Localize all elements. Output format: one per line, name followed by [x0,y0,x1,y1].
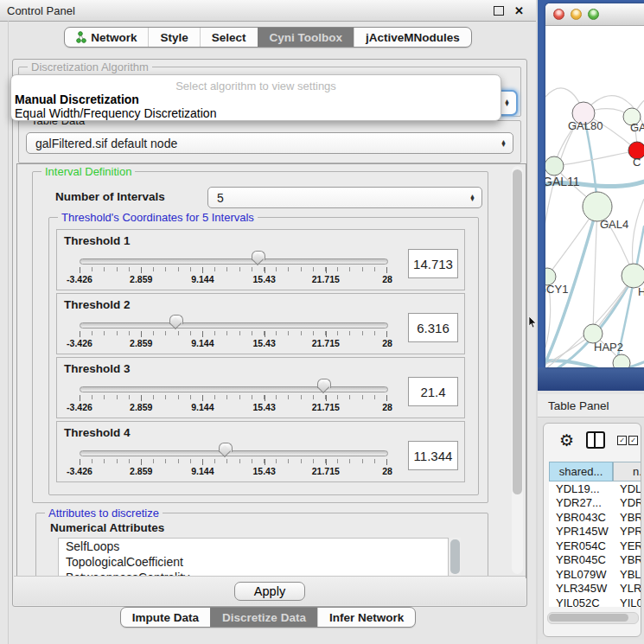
threshold-2-slider[interactable]: -3.4262.8599.14415.4321.71528 [80,294,388,354]
slider-tick-labels: -3.4262.8599.14415.4321.71528 [80,402,387,412]
node-label-hap2: HAP2 [594,341,623,354]
settings-vertical-scrollbar[interactable] [512,166,523,574]
network-window-frame [538,367,644,391]
algorithm-dropdown-popup: Select algorithm to view settings Manual… [10,74,501,121]
table-row[interactable]: YBL079WYBL0... [549,567,641,582]
column-header-name[interactable]: n... [613,462,641,481]
table-row[interactable]: YBR045CYBR0... [549,553,641,568]
zoom-traffic-light[interactable] [588,9,599,20]
threshold-panel-2: Threshold 2 -3.4262.8599.14415.4321.7152… [56,293,465,354]
slider-track[interactable] [80,322,388,328]
threshold-1-slider[interactable]: -3.4262.8599.14415.4321.71528 [80,230,388,290]
slider-ticks [80,395,387,399]
network-canvas[interactable]: GAL80 GA C GAL11 GAL4 GCY1 H HAP2 [545,26,644,367]
threshold-4-slider[interactable]: -3.4262.8599.14415.4321.71528 [80,422,388,481]
threshold-3-slider[interactable]: -3.4262.8599.14415.4321.71528 [80,358,388,418]
slider-thumb[interactable] [219,443,233,452]
control-panel-titlebar: Control Panel ✕ [0,0,536,22]
cyni-mode-tabbar: Impute Data Discretize Data Infer Networ… [120,607,416,628]
node-label-gal11: GAL11 [545,175,580,188]
tab-label: Network [91,31,137,44]
threshold-1-value-field[interactable]: 14.713 [408,249,458,278]
network-window-titlebar[interactable] [545,3,644,26]
network-graph [545,26,644,367]
numerical-attributes-label: Numerical Attributes [50,521,164,534]
list-scrollbar[interactable] [450,538,461,578]
list-item[interactable]: SelfLoops [59,539,448,554]
group-title: Attributes to discretize [45,507,163,520]
tab-discretize-data[interactable]: Discretize Data [210,608,317,627]
table-data-select[interactable]: galFiltered.sif default node ▲▼ [26,132,513,154]
network-icon [76,31,86,43]
tab-label: jActiveMNodules [366,31,460,44]
node-table: shared... n... YDL19...YDL1... YDR27...Y… [549,462,641,607]
minimize-traffic-light[interactable] [571,9,582,20]
columns-icon[interactable] [586,431,605,449]
threshold-4-value-field[interactable]: 11.344 [408,441,458,470]
gear-icon[interactable]: ⚙ [559,432,574,449]
table-data-value: galFiltered.sif default node [35,137,177,150]
attributes-to-discretize-group: Attributes to discretize Numerical Attri… [35,513,488,578]
scrollbar-thumb[interactable] [513,169,522,494]
tab-jactivemnodules[interactable]: jActiveMNodules [354,28,471,47]
threshold-panel-3: Threshold 3 -3.4262.8599.14415.4321.7152… [56,357,465,418]
slider-thumb[interactable] [169,315,183,324]
list-item[interactable]: TopologicalCoefficient [59,554,448,570]
node-gal11[interactable] [545,156,564,175]
threshold-coordinates-group: Threshold's Coordinates for 5 Intervals … [48,217,479,495]
table-panel-titlebar: Table Panel [538,394,644,418]
table-row[interactable]: YLR345WYLR3... [549,582,641,596]
num-intervals-select[interactable]: 5 ▲▼ [207,187,482,208]
tab-network[interactable]: Network [65,28,148,47]
slider-track[interactable] [80,258,388,265]
table-row[interactable]: YBR043CYBR0... [549,510,641,525]
checkbox-icon[interactable]: ✓ [628,436,638,445]
threshold-3-value-field[interactable]: 21.4 [408,377,458,406]
apply-button[interactable]: Apply [234,582,305,601]
select-all-checkboxes[interactable]: ✓ ✓ [617,436,638,445]
tab-cyni-toolbox[interactable]: Cyni Toolbox [258,28,354,47]
tab-select[interactable]: Select [200,28,258,47]
cyni-toolbox-panel: Discretization Algorithm ▲▼ Table Data g… [12,59,527,607]
table-row[interactable]: YDR27...YDR2... [549,496,641,511]
num-intervals-value: 5 [217,191,224,205]
slider-thumb[interactable] [317,379,331,388]
column-header-shared-name[interactable]: shared... [549,462,613,481]
table-data-group: Table Data galFiltered.sif default node … [18,120,521,163]
dropdown-option-manual[interactable]: Manual Discretization [15,92,139,106]
table-horizontal-scrollbar[interactable] [547,612,639,624]
tab-label: Impute Data [132,611,199,624]
node-gal4[interactable] [583,192,612,221]
tab-impute-data[interactable]: Impute Data [121,608,210,627]
table-panel-title: Table Panel [538,399,609,412]
table-panel-window: Table Panel ⚙ ✓ ✓ shared... n... YDL19..… [538,394,644,640]
table-row[interactable]: YDL19...YDL1... [549,481,641,496]
settings-scrollpane: Interval Definition Number of Intervals … [16,163,526,578]
apply-bar: Apply [14,576,526,605]
slider-thumb[interactable] [252,251,265,260]
table-row[interactable]: YIL052CYIL0... [549,596,641,610]
slider-track[interactable] [80,450,388,456]
node-bottom[interactable] [613,354,630,367]
tab-style[interactable]: Style [148,28,199,47]
node-label-c-clipped: C [633,156,641,169]
slider-track[interactable] [80,386,388,392]
checkbox-icon[interactable]: ✓ [617,436,627,445]
num-intervals-label: Number of Intervals [55,190,165,203]
table-header-row: shared... n... [549,462,641,481]
threshold-2-value-field[interactable]: 6.316 [408,313,458,342]
table-row[interactable]: YPR145WYPR1... [549,525,641,539]
table-row[interactable]: YER054CYER0... [549,539,641,553]
numerical-attributes-list[interactable]: SelfLoops TopologicalCoefficient Between… [58,538,449,578]
close-icon[interactable]: ✕ [514,5,524,16]
scrollbar-thumb[interactable] [549,614,628,622]
stepper-arrows-icon: ▲▼ [501,133,507,153]
interval-definition-group: Interval Definition Number of Intervals … [32,171,488,503]
float-window-icon[interactable] [494,6,504,16]
close-traffic-light[interactable] [553,9,564,20]
network-view-window: GAL80 GA C GAL11 GAL4 GCY1 H HAP2 [538,0,644,391]
tab-infer-network[interactable]: Infer Network [317,608,415,627]
node-label-ga-clipped: GA [630,121,644,134]
node-h[interactable] [622,264,644,288]
dropdown-option-equal-width[interactable]: Equal Width/Frequency Discretization [15,106,216,120]
